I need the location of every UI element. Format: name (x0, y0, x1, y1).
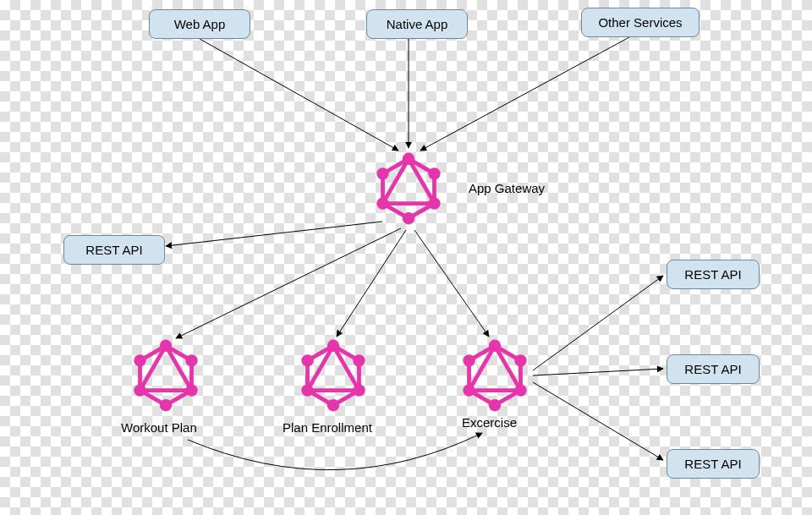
graphql-icon (461, 337, 529, 414)
rest-api-right-1: REST API (667, 354, 760, 384)
client-native-app: Native App (366, 9, 468, 39)
rest-api-right-1-label: REST API (684, 362, 741, 376)
client-web-app: Web App (149, 9, 250, 39)
client-web-app-label: Web App (174, 17, 226, 31)
service-workout-plan-label: Workout Plan (121, 420, 197, 435)
rest-api-right-0: REST API (667, 260, 760, 289)
rest-api-right-0-label: REST API (684, 267, 741, 282)
graphql-icon (299, 337, 367, 414)
rest-api-left: REST API (63, 235, 165, 265)
client-native-app-label: Native App (387, 17, 448, 31)
graphql-icon (132, 337, 200, 414)
rest-api-right-2-label: REST API (684, 457, 741, 471)
service-excercise-label: Excercise (462, 415, 517, 430)
client-other-services: Other Services (581, 8, 700, 37)
gateway-label: App Gateway (469, 181, 545, 195)
graphql-icon (375, 151, 442, 227)
service-plan-enrollment-label: Plan Enrollment (283, 420, 372, 435)
rest-api-left-label: REST API (85, 243, 142, 257)
rest-api-right-2: REST API (667, 449, 760, 479)
client-other-services-label: Other Services (598, 15, 682, 30)
